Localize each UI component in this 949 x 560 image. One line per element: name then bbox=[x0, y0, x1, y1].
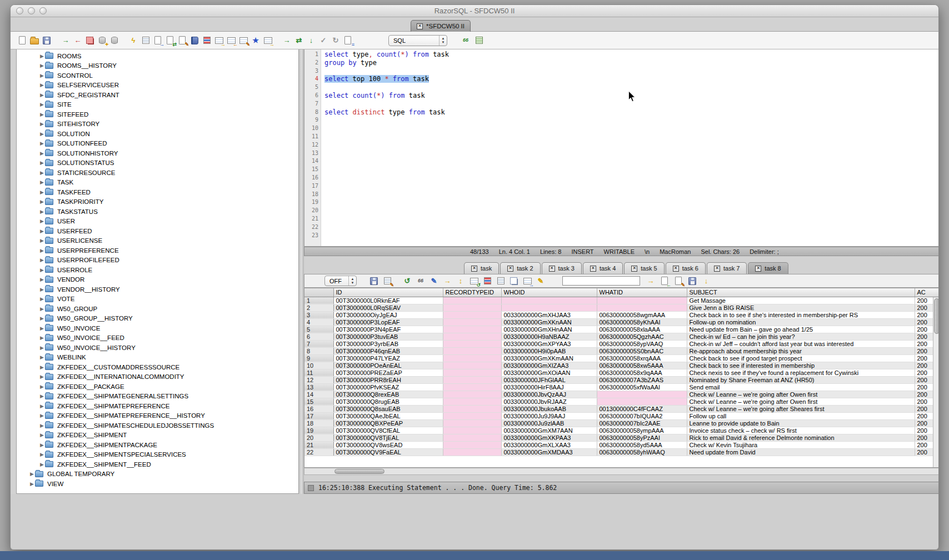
vertical-scrollbar[interactable] bbox=[933, 297, 939, 467]
table-row[interactable]: 1400T3000000Q8rexEAB0033000000JbvQzAAJCh… bbox=[304, 391, 939, 398]
tree-item[interactable]: ▶VENDOR__HISTORY bbox=[17, 284, 298, 294]
disclosure-triangle-icon[interactable]: ▶ bbox=[39, 179, 45, 185]
close-tab-icon[interactable]: ✕ bbox=[507, 266, 513, 272]
tree-item[interactable]: ▶SCONTROL bbox=[17, 71, 298, 81]
disclosure-triangle-icon[interactable]: ▶ bbox=[39, 82, 45, 88]
export-page-icon[interactable]: → bbox=[153, 36, 163, 46]
close-tab-icon[interactable]: ✕ bbox=[755, 266, 761, 272]
disclosure-triangle-icon[interactable]: ▶ bbox=[39, 287, 45, 292]
column-header[interactable]: ID bbox=[333, 288, 443, 297]
tree-item[interactable]: ▶USERLICENSE bbox=[17, 236, 298, 246]
table-row[interactable]: 1300T3000000PfvKSEAZ0033000000HirF8AAJ00… bbox=[304, 383, 939, 391]
disclosure-triangle-icon[interactable]: ▶ bbox=[39, 296, 45, 302]
table-row[interactable]: 1800T3000000QBXPeEAP0033000000Ju9zlAAB00… bbox=[304, 419, 939, 427]
tree-item[interactable]: ▶STATICRESOURCE bbox=[17, 168, 298, 178]
tree-item[interactable]: ▶TASKFEED bbox=[17, 187, 298, 197]
table-row[interactable]: 200T3000000L0RqSEAVGive Jenn a BIG RAISE… bbox=[304, 304, 939, 311]
table-row[interactable]: 1700T3000000QAeJbEAL0033000000Ju9J9AAJ00… bbox=[304, 412, 939, 419]
tree-item[interactable]: ▶ZKFEDEX__SHIPMENTPACKAGE bbox=[17, 440, 298, 450]
tree-item[interactable]: ▶USERPREFERENCE bbox=[17, 246, 298, 256]
tree-item[interactable]: ▶SOLUTIONHISTORY bbox=[17, 148, 298, 158]
results-list-icon[interactable] bbox=[474, 36, 484, 46]
disclosure-triangle-icon[interactable]: ▶ bbox=[39, 92, 45, 98]
tree-item[interactable]: ▶W50_GROUP__HISTORY bbox=[17, 314, 298, 324]
statement-type-select[interactable]: SQL ▲▼ bbox=[388, 35, 447, 46]
table-row[interactable]: 1000T3000000POeAnEAL0033000000GmXIZAA300… bbox=[304, 362, 939, 369]
tree-item[interactable]: ▶SFDC_REGISTRANT bbox=[17, 90, 298, 100]
disclosure-triangle-icon[interactable]: ▶ bbox=[39, 423, 45, 428]
table-row[interactable]: 2000T3000000QV8TjEAL0033000000GmXKPAA300… bbox=[304, 434, 939, 441]
sort-icon[interactable]: ↕ bbox=[456, 276, 466, 286]
clipboard-icon[interactable]: ≡ bbox=[343, 36, 353, 46]
table-row[interactable]: 900T3000000P47LYEAZ0033000000GmXKmAAN006… bbox=[304, 354, 939, 362]
table-go-icon[interactable]: → bbox=[263, 36, 273, 46]
tree-item[interactable]: ▶VENDOR bbox=[17, 275, 298, 285]
result-tab[interactable]: ✕task 6 bbox=[666, 262, 706, 274]
vertical-scrollbar-thumb[interactable] bbox=[934, 298, 939, 334]
tree-item[interactable]: ▶ZKFEDEX__SHIPMENT bbox=[17, 431, 298, 441]
disclosure-triangle-icon[interactable]: ▶ bbox=[39, 53, 45, 59]
disclosure-triangle-icon[interactable]: ▶ bbox=[39, 393, 45, 399]
refresh-page-icon[interactable]: ⇄ bbox=[165, 36, 175, 46]
view-go-icon[interactable]: 66 bbox=[461, 36, 471, 46]
close-tab-icon[interactable]: ✕ bbox=[673, 266, 679, 272]
disclosure-triangle-icon[interactable]: ▶ bbox=[39, 102, 45, 107]
tree-item[interactable]: ▶VOTE bbox=[17, 294, 298, 304]
refresh-results-icon[interactable]: ↺ bbox=[402, 276, 412, 286]
column-header[interactable]: SUBJECT bbox=[687, 288, 915, 297]
tree-item[interactable]: ▶ZKFEDEX__PACKAGE bbox=[17, 382, 298, 392]
disclosure-triangle-icon[interactable]: ▶ bbox=[39, 354, 45, 360]
tree-item[interactable]: ▶TASKPRIORITY bbox=[17, 197, 298, 207]
disclosure-triangle-icon[interactable]: ▶ bbox=[39, 160, 45, 166]
disclosure-triangle-icon[interactable]: ▶ bbox=[39, 131, 45, 137]
disclosure-triangle-icon[interactable]: ▶ bbox=[39, 112, 45, 117]
disclosure-triangle-icon[interactable]: ▶ bbox=[39, 257, 45, 263]
form-view-icon[interactable] bbox=[482, 276, 492, 286]
tree-item[interactable]: ▶SITEFEED bbox=[17, 109, 298, 119]
table-row[interactable]: 800T3000000P46qnEAB0033000000H9i0pAAB006… bbox=[304, 347, 939, 354]
tree-item[interactable]: ▶ZKFEDEX__SHIPMENTSPECIALSERVICES bbox=[17, 450, 298, 460]
columns-icon[interactable] bbox=[496, 276, 506, 286]
disclosure-triangle-icon[interactable]: ▶ bbox=[39, 384, 45, 389]
save-icon[interactable] bbox=[42, 36, 52, 46]
tree-item[interactable]: ▶ZKFEDEX__SHIPMENT__FEED bbox=[17, 459, 298, 469]
tree-item[interactable]: ▶ZKFEDEX__SHIPMATESCHEDULEDJOBSSETTINGS bbox=[17, 421, 298, 431]
tree-item[interactable]: ▶W50_INVOICE bbox=[17, 323, 298, 333]
execute-icon[interactable]: ϟ bbox=[128, 36, 138, 46]
favorites-icon[interactable]: ★ bbox=[251, 36, 261, 46]
table-import-icon[interactable]: ← bbox=[226, 36, 236, 46]
horizontal-scrollbar[interactable] bbox=[304, 468, 939, 475]
highlight-icon[interactable]: ✎ bbox=[536, 276, 546, 286]
describe-icon[interactable] bbox=[141, 36, 151, 46]
row-limit-select[interactable]: OFF ▲▼ bbox=[324, 276, 357, 286]
new-db-icon[interactable]: ✦ bbox=[97, 36, 107, 46]
view-results-icon[interactable]: 66 bbox=[416, 276, 426, 286]
disclosure-triangle-icon[interactable]: ▶ bbox=[39, 403, 45, 409]
column-header[interactable]: WHOID bbox=[501, 288, 597, 297]
tree-item[interactable]: ▶ZKFEDEX__SHIPMATEGENERALSETTINGS bbox=[17, 392, 298, 402]
horizontal-scrollbar-thumb[interactable] bbox=[334, 469, 384, 474]
disclosure-triangle-icon[interactable]: ▶ bbox=[39, 248, 45, 253]
tree-item[interactable]: ▶SITEHISTORY bbox=[17, 119, 298, 129]
db-icon[interactable] bbox=[109, 36, 119, 46]
sql-editor[interactable]: 1234567891011121314151617181920212223 se… bbox=[304, 49, 939, 247]
reload-table-icon[interactable]: ↺ bbox=[469, 276, 479, 286]
tree-item[interactable]: ▶W50_GROUP bbox=[17, 304, 298, 314]
disclosure-triangle-icon[interactable]: ▶ bbox=[39, 326, 45, 331]
table-row[interactable]: 100T3000000L0RknEAFGet Massage200 bbox=[304, 297, 939, 304]
transpose-icon[interactable]: → bbox=[522, 276, 532, 286]
close-tab-icon[interactable]: ✕ bbox=[549, 266, 555, 272]
disclosure-triangle-icon[interactable]: ▶ bbox=[39, 452, 45, 457]
result-tab[interactable]: ✕task 2 bbox=[500, 262, 540, 274]
disclosure-triangle-icon[interactable]: ▶ bbox=[39, 199, 45, 204]
open-file-icon[interactable] bbox=[29, 36, 39, 46]
column-header[interactable]: WHATID bbox=[597, 288, 687, 297]
sql-code[interactable]: select type, count(*) from taskgroup by … bbox=[321, 49, 939, 246]
tree-item[interactable]: ▶SOLUTIONSTATUS bbox=[17, 158, 298, 168]
copy-rows-icon[interactable] bbox=[509, 276, 519, 286]
table-row[interactable]: 1500T3000000Q8rugEAB0033000000JbvRJAAZCh… bbox=[304, 398, 939, 405]
disclosure-triangle-icon[interactable]: ▶ bbox=[39, 151, 45, 156]
tree-item[interactable]: ▶SOLUTIONFEED bbox=[17, 139, 298, 149]
tree-item[interactable]: ▶ZKFEDEX__CUSTOMADDRESSSOURCE bbox=[17, 362, 298, 372]
table-row[interactable]: 2200T3000000QV9FaEAL0033000000GmXMDAA300… bbox=[304, 448, 939, 456]
